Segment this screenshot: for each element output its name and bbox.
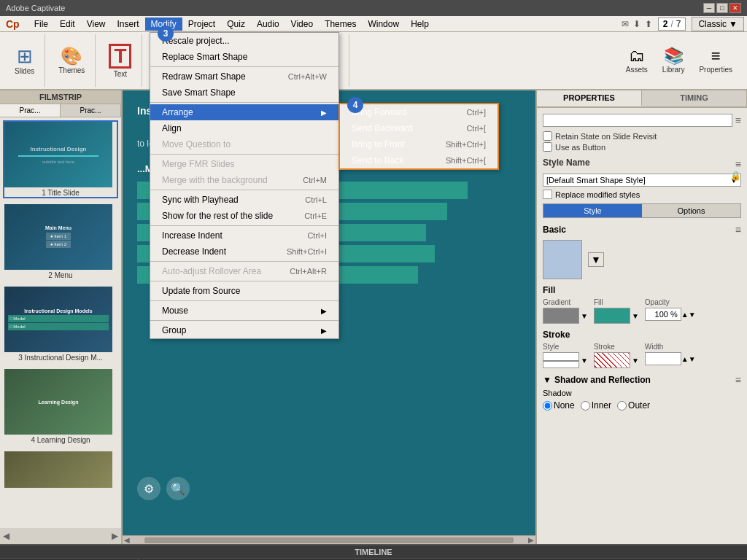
view-selector[interactable]: Classic ▼ — [692, 17, 744, 31]
shadow-outer-radio[interactable] — [617, 401, 627, 411]
menu-update-source[interactable]: Update from Source — [150, 283, 338, 299]
shadow-menu-icon[interactable]: ≡ — [735, 374, 741, 386]
assets-button[interactable]: 🗂 Assets — [620, 46, 654, 76]
stroke-width-label: Width — [645, 343, 696, 351]
menu-sync-playhead[interactable]: Sync with Playhead Ctrl+L — [150, 192, 338, 208]
stroke-style-arrow[interactable]: ▼ — [579, 355, 589, 366]
menu-audio[interactable]: Audio — [251, 18, 285, 31]
menu-file[interactable]: File — [28, 18, 54, 31]
basic-section-title: Basic — [543, 225, 566, 235]
canvas-scrollbar[interactable]: ◀ ▶ — [123, 535, 535, 544]
filmstrip-nav-left[interactable]: ◀ — [3, 531, 9, 541]
step-badge-4: 4 — [347, 97, 363, 113]
menu-sep-4 — [150, 190, 338, 190]
shadow-none-option[interactable]: None — [543, 400, 575, 411]
menu-view[interactable]: View — [81, 18, 112, 31]
settings-icon[interactable]: ≡ — [735, 114, 741, 126]
menu-themes[interactable]: Themes — [319, 18, 362, 31]
submenu-bring-to-front[interactable]: Bring to Front Shift+Ctrl+] — [340, 136, 498, 152]
stroke-color-swatch[interactable] — [594, 352, 630, 368]
scroll-right-icon[interactable]: ▶ — [528, 536, 534, 544]
stroke-width-input[interactable]: 0 — [645, 352, 681, 365]
slide-thumb-5[interactable] — [3, 450, 118, 489]
gradient-swatch[interactable] — [543, 308, 579, 324]
menu-rescale[interactable]: Rescale project... — [150, 33, 338, 49]
menu-edit[interactable]: Edit — [54, 18, 81, 31]
scroll-thumb[interactable] — [144, 537, 514, 543]
style-tab[interactable]: Style — [543, 204, 642, 217]
menu-window[interactable]: Window — [362, 18, 405, 31]
shadow-inner-radio[interactable] — [581, 401, 590, 411]
properties-button[interactable]: ≡ Properties — [693, 46, 738, 76]
slide-thumb-3[interactable]: Instructional Design Models □ Model □ Mo… — [3, 285, 118, 363]
style-name-menu-icon[interactable]: ≡ — [735, 158, 741, 170]
menu-merge-bg: Merge with the background Ctrl+M — [150, 172, 338, 188]
send-to-back-shortcut: Shift+Ctrl+[ — [446, 156, 486, 165]
menu-mouse[interactable]: Mouse ▶ — [150, 303, 338, 319]
style-name-dropdown[interactable]: [Default Smart Shape Style] ▼ — [543, 174, 741, 187]
color-preview-box[interactable] — [543, 240, 582, 279]
menu-quiz[interactable]: Quiz — [221, 18, 251, 31]
notification-icon[interactable]: ⬇ — [633, 19, 640, 29]
menu-redraw[interactable]: Redraw Smart Shape Ctrl+Alt+W — [150, 69, 338, 85]
tab-properties[interactable]: PROPERTIES — [537, 90, 642, 106]
fill-color-swatch[interactable] — [594, 308, 630, 324]
retain-state-checkbox[interactable] — [543, 131, 552, 141]
properties-label: Properties — [699, 66, 732, 74]
options-tab[interactable]: Options — [642, 204, 740, 217]
opacity-input[interactable] — [645, 308, 681, 321]
menu-show-rest[interactable]: Show for the rest of the slide Ctrl+E — [150, 208, 338, 224]
slide-thumb-1[interactable]: Instructional Design subtitle text here … — [3, 120, 118, 198]
submenu-bring-forward[interactable]: Bring Forward Ctrl+] — [340, 104, 498, 120]
filmstrip-tab-1[interactable]: Prac... — [0, 104, 61, 117]
upload-icon[interactable]: ⬆ — [645, 19, 652, 29]
menu-increase-indent[interactable]: Increase Indent Ctrl+I — [150, 228, 338, 244]
filmstrip-nav-right[interactable]: ▶ — [112, 531, 118, 541]
opacity-spinner[interactable]: ▲▼ — [681, 311, 696, 319]
help-icon[interactable]: ✉ — [622, 19, 629, 29]
replace-styles-checkbox[interactable] — [543, 190, 552, 199]
menu-help[interactable]: Help — [405, 18, 435, 31]
use-as-button-checkbox[interactable] — [543, 142, 552, 152]
submenu-send-to-back[interactable]: Send to Back Shift+Ctrl+[ — [340, 152, 498, 168]
filmstrip-tab-2[interactable]: Prac... — [61, 104, 121, 117]
menu-sep-6 — [150, 261, 338, 262]
fill-dropdown-arrow[interactable]: ▼ — [630, 311, 640, 322]
stroke-color-arrow[interactable]: ▼ — [630, 355, 640, 366]
menu-group[interactable]: Group ▶ — [150, 322, 338, 338]
minimize-button[interactable]: ─ — [703, 3, 715, 13]
submenu-send-backward[interactable]: Send Backward Ctrl+[ — [340, 120, 498, 136]
shadow-none-radio[interactable] — [543, 401, 552, 411]
slides-button[interactable]: ⊞ Slides — [9, 44, 40, 77]
style-name-value: [Default Smart Shape Style] — [546, 176, 646, 184]
menu-replace-smart-shape[interactable]: Replace Smart Shape — [150, 49, 338, 65]
shadow-section-title[interactable]: ▼ Shadow and Reflection ≡ — [543, 374, 741, 386]
object-name-input[interactable] — [543, 114, 732, 127]
menu-video[interactable]: Video — [285, 18, 319, 31]
scroll-left-icon[interactable]: ◀ — [124, 536, 130, 544]
slide-thumb-2[interactable]: Main Menu ● Item 1 ● Item 2 2 Menu — [3, 203, 118, 281]
tab-timing[interactable]: TIMING — [642, 90, 747, 106]
menu-sep-3 — [150, 154, 338, 155]
menu-insert[interactable]: Insert — [112, 18, 145, 31]
gradient-dropdown-arrow[interactable]: ▼ — [579, 311, 589, 322]
maximize-button[interactable]: □ — [716, 3, 728, 13]
stroke-style-swatch[interactable] — [543, 352, 579, 368]
send-backward-shortcut: Ctrl+[ — [466, 124, 486, 133]
menu-arrange[interactable]: Arrange ▶ 4 Bring Forward Ctrl+] Send Ba… — [150, 104, 338, 120]
menu-save-smart[interactable]: Save Smart Shape — [150, 85, 338, 101]
basic-section-menu[interactable]: ≡ — [735, 224, 741, 236]
themes-button[interactable]: 🎨 Themes — [53, 45, 90, 77]
menu-decrease-indent[interactable]: Decrease Indent Shift+Ctrl+I — [150, 244, 338, 260]
color-dropdown-arrow-btn[interactable]: ▼ — [588, 252, 604, 267]
menu-align[interactable]: Align — [150, 120, 338, 136]
shadow-inner-option[interactable]: Inner — [581, 400, 611, 411]
stroke-width-spinner[interactable]: ▲▼ — [681, 355, 696, 363]
shadow-outer-option[interactable]: Outer — [617, 400, 650, 411]
library-button[interactable]: 📚 Library — [657, 46, 691, 76]
menu-project[interactable]: Project — [182, 18, 221, 31]
slide-thumb-4[interactable]: Learning Design 4 Learning Design — [3, 368, 118, 446]
close-button[interactable]: ✕ — [729, 3, 741, 13]
text-button[interactable]: T Text — [103, 42, 137, 80]
menu-sep-8 — [150, 300, 338, 301]
